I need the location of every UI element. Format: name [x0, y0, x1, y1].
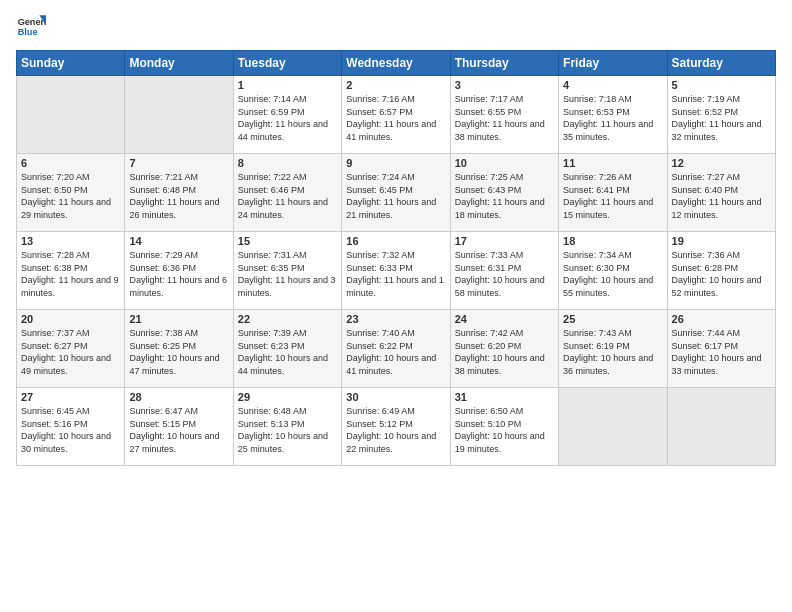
- day-number: 25: [563, 313, 662, 325]
- day-number: 13: [21, 235, 120, 247]
- day-number: 26: [672, 313, 771, 325]
- day-number: 3: [455, 79, 554, 91]
- calendar-cell: 30Sunrise: 6:49 AMSunset: 5:12 PMDayligh…: [342, 388, 450, 466]
- calendar-cell: 14Sunrise: 7:29 AMSunset: 6:36 PMDayligh…: [125, 232, 233, 310]
- calendar-cell: 11Sunrise: 7:26 AMSunset: 6:41 PMDayligh…: [559, 154, 667, 232]
- calendar-cell: [125, 76, 233, 154]
- calendar-cell: 20Sunrise: 7:37 AMSunset: 6:27 PMDayligh…: [17, 310, 125, 388]
- day-number: 29: [238, 391, 337, 403]
- calendar-cell: 23Sunrise: 7:40 AMSunset: 6:22 PMDayligh…: [342, 310, 450, 388]
- cell-sunrise: Sunrise: 7:37 AMSunset: 6:27 PMDaylight:…: [21, 328, 111, 376]
- cell-sunrise: Sunrise: 7:32 AMSunset: 6:33 PMDaylight:…: [346, 250, 444, 298]
- day-number: 22: [238, 313, 337, 325]
- cell-sunrise: Sunrise: 7:38 AMSunset: 6:25 PMDaylight:…: [129, 328, 219, 376]
- calendar-cell: 28Sunrise: 6:47 AMSunset: 5:15 PMDayligh…: [125, 388, 233, 466]
- weekday-header-thursday: Thursday: [450, 51, 558, 76]
- weekday-header-monday: Monday: [125, 51, 233, 76]
- weekday-header-wednesday: Wednesday: [342, 51, 450, 76]
- calendar-cell: 1Sunrise: 7:14 AMSunset: 6:59 PMDaylight…: [233, 76, 341, 154]
- cell-sunrise: Sunrise: 7:31 AMSunset: 6:35 PMDaylight:…: [238, 250, 336, 298]
- logo: General Blue: [16, 12, 46, 42]
- cell-sunrise: Sunrise: 7:27 AMSunset: 6:40 PMDaylight:…: [672, 172, 762, 220]
- calendar-cell: [559, 388, 667, 466]
- day-number: 23: [346, 313, 445, 325]
- weekday-header-sunday: Sunday: [17, 51, 125, 76]
- calendar-cell: 6Sunrise: 7:20 AMSunset: 6:50 PMDaylight…: [17, 154, 125, 232]
- cell-sunrise: Sunrise: 7:39 AMSunset: 6:23 PMDaylight:…: [238, 328, 328, 376]
- day-number: 4: [563, 79, 662, 91]
- cell-sunrise: Sunrise: 7:29 AMSunset: 6:36 PMDaylight:…: [129, 250, 227, 298]
- cell-sunrise: Sunrise: 7:40 AMSunset: 6:22 PMDaylight:…: [346, 328, 436, 376]
- day-number: 7: [129, 157, 228, 169]
- day-number: 2: [346, 79, 445, 91]
- cell-sunrise: Sunrise: 6:47 AMSunset: 5:15 PMDaylight:…: [129, 406, 219, 454]
- calendar-cell: 12Sunrise: 7:27 AMSunset: 6:40 PMDayligh…: [667, 154, 775, 232]
- cell-sunrise: Sunrise: 7:43 AMSunset: 6:19 PMDaylight:…: [563, 328, 653, 376]
- calendar-cell: 27Sunrise: 6:45 AMSunset: 5:16 PMDayligh…: [17, 388, 125, 466]
- calendar-cell: 15Sunrise: 7:31 AMSunset: 6:35 PMDayligh…: [233, 232, 341, 310]
- calendar-cell: [667, 388, 775, 466]
- day-number: 17: [455, 235, 554, 247]
- day-number: 9: [346, 157, 445, 169]
- weekday-header-row: SundayMondayTuesdayWednesdayThursdayFrid…: [17, 51, 776, 76]
- calendar-cell: 13Sunrise: 7:28 AMSunset: 6:38 PMDayligh…: [17, 232, 125, 310]
- day-number: 12: [672, 157, 771, 169]
- calendar-cell: 8Sunrise: 7:22 AMSunset: 6:46 PMDaylight…: [233, 154, 341, 232]
- weekday-header-tuesday: Tuesday: [233, 51, 341, 76]
- day-number: 20: [21, 313, 120, 325]
- calendar-cell: 3Sunrise: 7:17 AMSunset: 6:55 PMDaylight…: [450, 76, 558, 154]
- calendar-cell: 9Sunrise: 7:24 AMSunset: 6:45 PMDaylight…: [342, 154, 450, 232]
- day-number: 16: [346, 235, 445, 247]
- calendar-cell: 4Sunrise: 7:18 AMSunset: 6:53 PMDaylight…: [559, 76, 667, 154]
- day-number: 18: [563, 235, 662, 247]
- header: General Blue: [16, 12, 776, 42]
- week-row-5: 27Sunrise: 6:45 AMSunset: 5:16 PMDayligh…: [17, 388, 776, 466]
- day-number: 1: [238, 79, 337, 91]
- cell-sunrise: Sunrise: 6:49 AMSunset: 5:12 PMDaylight:…: [346, 406, 436, 454]
- weekday-header-saturday: Saturday: [667, 51, 775, 76]
- cell-sunrise: Sunrise: 7:33 AMSunset: 6:31 PMDaylight:…: [455, 250, 545, 298]
- cell-sunrise: Sunrise: 7:18 AMSunset: 6:53 PMDaylight:…: [563, 94, 653, 142]
- day-number: 31: [455, 391, 554, 403]
- calendar-cell: 25Sunrise: 7:43 AMSunset: 6:19 PMDayligh…: [559, 310, 667, 388]
- day-number: 8: [238, 157, 337, 169]
- cell-sunrise: Sunrise: 7:25 AMSunset: 6:43 PMDaylight:…: [455, 172, 545, 220]
- day-number: 28: [129, 391, 228, 403]
- day-number: 27: [21, 391, 120, 403]
- calendar-cell: 10Sunrise: 7:25 AMSunset: 6:43 PMDayligh…: [450, 154, 558, 232]
- cell-sunrise: Sunrise: 7:16 AMSunset: 6:57 PMDaylight:…: [346, 94, 436, 142]
- day-number: 6: [21, 157, 120, 169]
- cell-sunrise: Sunrise: 7:34 AMSunset: 6:30 PMDaylight:…: [563, 250, 653, 298]
- cell-sunrise: Sunrise: 7:24 AMSunset: 6:45 PMDaylight:…: [346, 172, 436, 220]
- day-number: 14: [129, 235, 228, 247]
- calendar-table: SundayMondayTuesdayWednesdayThursdayFrid…: [16, 50, 776, 466]
- cell-sunrise: Sunrise: 6:45 AMSunset: 5:16 PMDaylight:…: [21, 406, 111, 454]
- calendar-cell: 5Sunrise: 7:19 AMSunset: 6:52 PMDaylight…: [667, 76, 775, 154]
- week-row-2: 6Sunrise: 7:20 AMSunset: 6:50 PMDaylight…: [17, 154, 776, 232]
- calendar-cell: 26Sunrise: 7:44 AMSunset: 6:17 PMDayligh…: [667, 310, 775, 388]
- cell-sunrise: Sunrise: 7:21 AMSunset: 6:48 PMDaylight:…: [129, 172, 219, 220]
- day-number: 11: [563, 157, 662, 169]
- week-row-4: 20Sunrise: 7:37 AMSunset: 6:27 PMDayligh…: [17, 310, 776, 388]
- calendar-cell: 2Sunrise: 7:16 AMSunset: 6:57 PMDaylight…: [342, 76, 450, 154]
- cell-sunrise: Sunrise: 7:14 AMSunset: 6:59 PMDaylight:…: [238, 94, 328, 142]
- weekday-header-friday: Friday: [559, 51, 667, 76]
- calendar-cell: 31Sunrise: 6:50 AMSunset: 5:10 PMDayligh…: [450, 388, 558, 466]
- cell-sunrise: Sunrise: 6:50 AMSunset: 5:10 PMDaylight:…: [455, 406, 545, 454]
- day-number: 30: [346, 391, 445, 403]
- calendar-cell: 29Sunrise: 6:48 AMSunset: 5:13 PMDayligh…: [233, 388, 341, 466]
- cell-sunrise: Sunrise: 7:42 AMSunset: 6:20 PMDaylight:…: [455, 328, 545, 376]
- calendar-cell: 18Sunrise: 7:34 AMSunset: 6:30 PMDayligh…: [559, 232, 667, 310]
- cell-sunrise: Sunrise: 7:36 AMSunset: 6:28 PMDaylight:…: [672, 250, 762, 298]
- week-row-1: 1Sunrise: 7:14 AMSunset: 6:59 PMDaylight…: [17, 76, 776, 154]
- calendar-cell: 7Sunrise: 7:21 AMSunset: 6:48 PMDaylight…: [125, 154, 233, 232]
- week-row-3: 13Sunrise: 7:28 AMSunset: 6:38 PMDayligh…: [17, 232, 776, 310]
- calendar-cell: 21Sunrise: 7:38 AMSunset: 6:25 PMDayligh…: [125, 310, 233, 388]
- day-number: 19: [672, 235, 771, 247]
- calendar-cell: [17, 76, 125, 154]
- cell-sunrise: Sunrise: 7:20 AMSunset: 6:50 PMDaylight:…: [21, 172, 111, 220]
- svg-text:Blue: Blue: [18, 27, 38, 37]
- calendar-cell: 16Sunrise: 7:32 AMSunset: 6:33 PMDayligh…: [342, 232, 450, 310]
- day-number: 24: [455, 313, 554, 325]
- calendar-cell: 19Sunrise: 7:36 AMSunset: 6:28 PMDayligh…: [667, 232, 775, 310]
